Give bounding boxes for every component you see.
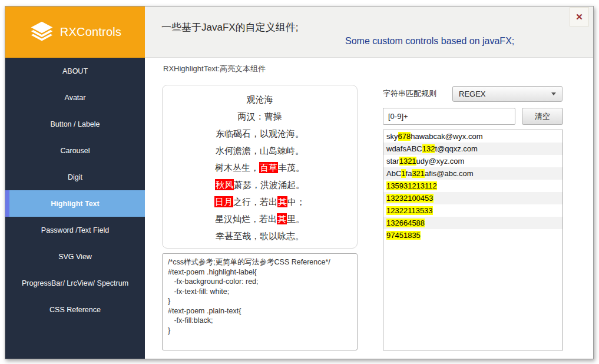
- sidebar-item-password-text-field[interactable]: Password /Text Field: [5, 217, 145, 243]
- highlight-segment: 秋风: [215, 179, 234, 190]
- highlight-segment: 321: [412, 169, 425, 178]
- section-label: RXHighlightText:高亮文本组件: [163, 64, 266, 74]
- match-rule-label: 字符串匹配规则: [383, 88, 436, 99]
- text-segment: 观沧海: [247, 94, 273, 104]
- text-segment: wdafsABC: [386, 144, 422, 153]
- poem-line: 两汉：曹操: [163, 108, 357, 125]
- css-code-editor[interactable]: /*css样式参考;更简单的写法参考CSS Reference*/ #text-…: [162, 253, 358, 350]
- highlight-segment: 135931213112: [386, 181, 437, 190]
- poem-line: 水何澹澹，山岛竦峙。: [163, 142, 357, 159]
- pattern-input[interactable]: [383, 108, 515, 125]
- list-item[interactable]: star1321udy@xyz.com: [383, 155, 562, 167]
- text-segment: 里。: [287, 214, 305, 224]
- poem-line: 幸甚至哉，歌以咏志。: [163, 227, 357, 244]
- highlight-segment: 97451835: [386, 231, 421, 240]
- text-segment: 树木丛生，: [215, 163, 259, 173]
- highlight-segment: 其: [277, 196, 287, 207]
- poem-line: 日月之行，若出其中；: [163, 193, 357, 210]
- text-segment: 丰茂。: [278, 163, 305, 173]
- sidebar-item-svg-view[interactable]: SVG View: [5, 243, 145, 270]
- app-window: RXControls ABOUTAvatarButton / LabeleCar…: [5, 6, 594, 359]
- match-result-list: sky678hawabcak@wyx.comwdafsABC132t@qqxz.…: [383, 130, 563, 350]
- brand-header: RXControls: [5, 6, 145, 58]
- sidebar-item-digit[interactable]: Digit: [5, 164, 145, 190]
- text-segment: afis@abc.com: [425, 169, 474, 178]
- sidebar-item-button-labele[interactable]: Button / Labele: [5, 111, 145, 137]
- left-column: RXControls ABOUTAvatarButton / LabeleCar…: [5, 6, 145, 359]
- text-segment: hawabcak@wyx.com: [411, 132, 482, 141]
- text-segment: sky: [386, 132, 398, 141]
- list-item[interactable]: 12322113533: [383, 204, 562, 217]
- text-segment: 东临碣石，以观沧海。: [216, 128, 304, 138]
- right-column: 一些基于JavaFX的自定义组件; Some custom controls b…: [145, 6, 593, 359]
- page-subtitle: Some custom controls based on javaFX;: [345, 36, 514, 47]
- highlight-segment: 13232100453: [386, 194, 433, 203]
- highlight-segment: 百草: [259, 162, 278, 173]
- poem-line: 观沧海: [163, 91, 357, 108]
- highlight-segment: 132664588: [386, 219, 425, 227]
- poem-line: 星汉灿烂，若出其里。: [163, 210, 357, 227]
- highlight-segment: 1321: [399, 157, 416, 166]
- list-item[interactable]: AbC1fa321afis@abc.com: [383, 167, 562, 180]
- highlight-segment: 其: [277, 213, 287, 224]
- sidebar: ABOUTAvatarButton / LabeleCarouselDigitH…: [5, 58, 145, 359]
- page-background: RXControls ABOUTAvatarButton / LabeleCar…: [0, 0, 599, 364]
- text-segment: 中；: [287, 197, 305, 207]
- sidebar-item-about[interactable]: ABOUT: [5, 58, 145, 84]
- highlight-segment: 678: [398, 132, 411, 141]
- close-icon: ✕: [575, 12, 583, 21]
- poem-line: 树木丛生，百草丰茂。: [163, 159, 357, 176]
- text-segment: 萧瑟，洪波涌起。: [234, 180, 305, 190]
- main-content: RXHighlightText:高亮文本组件 观沧海两汉：曹操东临碣石，以观沧海…: [145, 58, 593, 359]
- list-item[interactable]: 135931213112: [383, 180, 562, 192]
- text-segment: t@qqxz.com: [435, 144, 477, 153]
- text-segment: star: [386, 157, 399, 166]
- text-segment: 水何澹澹，山岛竦峙。: [216, 145, 304, 155]
- list-item[interactable]: 132664588: [383, 217, 562, 229]
- regex-mode-select[interactable]: REGEX: [452, 86, 562, 102]
- layers-icon: [29, 20, 55, 45]
- list-item[interactable]: 97451835: [383, 229, 562, 241]
- text-segment: 之行，若出: [233, 197, 277, 207]
- page-title: 一些基于JavaFX的自定义组件;: [161, 21, 298, 34]
- list-item[interactable]: wdafsABC132t@qqxz.com: [383, 143, 562, 155]
- poem-line: 秋风萧瑟，洪波涌起。: [163, 176, 357, 193]
- chevron-down-icon: [551, 92, 556, 95]
- text-segment: 星汉灿烂，若出: [215, 214, 277, 224]
- text-segment: fa: [406, 169, 412, 178]
- highlight-segment: 132: [422, 144, 435, 153]
- text-segment: AbC: [386, 169, 401, 178]
- close-button[interactable]: ✕: [570, 7, 589, 27]
- brand-name: RXControls: [60, 25, 121, 39]
- text-segment: 幸甚至哉，歌以咏志。: [216, 231, 304, 241]
- sidebar-item-highlight-text[interactable]: Highlight Text: [5, 190, 145, 217]
- highlight-segment: 日月: [214, 196, 233, 207]
- text-segment: udy@xyz.com: [416, 157, 465, 166]
- sidebar-item-avatar[interactable]: Avatar: [5, 84, 145, 111]
- sidebar-item-css-reference[interactable]: CSS Reference: [5, 296, 145, 323]
- regex-mode-value: REGEX: [459, 90, 486, 98]
- highlight-segment: 12322113533: [386, 206, 433, 215]
- highlight-segment: 1: [401, 169, 405, 178]
- list-item[interactable]: sky678hawabcak@wyx.com: [383, 130, 562, 143]
- highlight-text-poem-panel: 观沧海两汉：曹操东临碣石，以观沧海。水何澹澹，山岛竦峙。树木丛生，百草丰茂。秋风…: [162, 85, 358, 249]
- clear-button[interactable]: 清空: [522, 108, 563, 125]
- sidebar-item-carousel[interactable]: Carousel: [5, 137, 145, 164]
- header-bar: 一些基于JavaFX的自定义组件; Some custom controls b…: [145, 6, 593, 58]
- sidebar-item-progressbar-lrcview-spectrum[interactable]: ProgressBar/ LrcView/ Spectrum: [5, 270, 145, 296]
- list-item[interactable]: 13232100453: [383, 192, 562, 204]
- text-segment: 两汉：曹操: [238, 111, 282, 121]
- poem-line: 东临碣石，以观沧海。: [163, 125, 357, 142]
